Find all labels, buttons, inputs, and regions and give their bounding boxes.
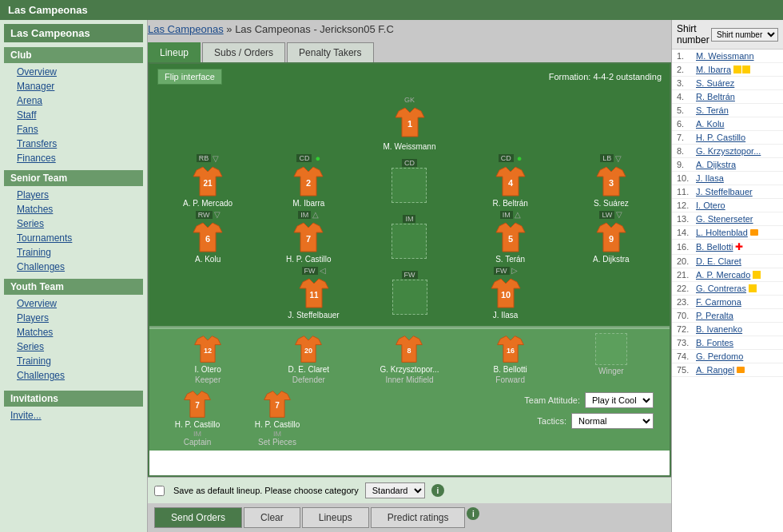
rw-shirt: 6: [190, 220, 225, 255]
sidebar-item-finances[interactable]: Finances: [4, 151, 143, 165]
shirt-panel-dropdown[interactable]: Shirt number Name: [711, 28, 778, 42]
shirt-list-item[interactable]: 3.S. Suárez: [672, 77, 783, 90]
cd-empty-slot[interactable]: [392, 168, 427, 203]
shirt-list-item[interactable]: 73.B. Fontes: [672, 336, 783, 350]
info-icon[interactable]: i: [431, 484, 444, 497]
shirt-list-item[interactable]: 13.G. Stenerseter: [672, 212, 783, 226]
tab-penalty-takers[interactable]: Penalty Takers: [287, 42, 374, 62]
svg-text:11: 11: [309, 291, 319, 300]
shirt-list-item[interactable]: 9.A. Dijkstra: [672, 158, 783, 172]
shirt-list-item[interactable]: 7.H. P. Castillo: [672, 131, 783, 145]
save-default-checkbox[interactable]: [154, 486, 165, 496]
midfielders-row: RW ▽ 6 A. Kolu: [157, 210, 662, 264]
breadcrumb-page: Las Campeonas - Jerickson05 F.C: [235, 23, 394, 35]
attitude-label: Team Attitude:: [524, 395, 580, 405]
sidebar-item-youth-training[interactable]: Training: [4, 354, 143, 368]
app-container: Las Campeonas Las Campeonas Club Overvie…: [0, 0, 783, 532]
fw-empty-slot[interactable]: [392, 280, 427, 315]
shirt-list-item[interactable]: 2.M. Ibarra: [672, 63, 783, 77]
sidebar-item-senior-training[interactable]: Training: [4, 245, 143, 260]
app-title: Las Campeonas: [8, 4, 88, 16]
sidebar-item-manager[interactable]: Manager: [4, 79, 143, 93]
fw2-arrow-right[interactable]: ▷: [511, 266, 518, 275]
shirt-list-item[interactable]: 16.B. Bellotti✚: [672, 240, 783, 255]
shirt-list-item[interactable]: 8.G. Krzysztopor...: [672, 145, 783, 158]
player-rb: RB ▽ 21 A. P. Mercado: [172, 154, 244, 208]
send-orders-button[interactable]: Send Orders: [154, 507, 242, 528]
sub-defender: 20 D. E. Claret Defender: [268, 333, 348, 384]
shirt-list-item[interactable]: 5.S. Terán: [672, 104, 783, 117]
shirt-list-item[interactable]: 72.B. Ivanenko: [672, 323, 783, 336]
svg-text:16: 16: [507, 347, 515, 355]
sub-winger-empty[interactable]: [595, 333, 627, 365]
fw1-arrow-left[interactable]: ◁: [320, 266, 326, 275]
tab-lineup[interactable]: Lineup: [148, 42, 201, 62]
svg-text:20: 20: [304, 347, 312, 355]
sidebar-item-staff[interactable]: Staff: [4, 108, 143, 122]
sub-forward: 16 B. Bellotti Forward: [471, 333, 550, 384]
sub-fw-name: B. Bellotti: [494, 365, 527, 374]
breadcrumb-team[interactable]: Las Campeonas: [148, 23, 224, 35]
lw-arrow-down[interactable]: ▽: [616, 210, 622, 219]
player-im2: IM △ 5 S. Terán: [475, 210, 547, 264]
sidebar-item-senior-challenges[interactable]: Challenges: [4, 260, 143, 274]
lb-arrow-down[interactable]: ▽: [615, 154, 622, 163]
forwards-row: FW ◁ 11 J. Steffelbauer: [157, 266, 662, 320]
center-and-right: Las Campeonas » Las Campeonas - Jerickso…: [148, 20, 783, 532]
shirt-list-item[interactable]: 1.M. Weissmann: [672, 50, 783, 63]
shirt-list-item[interactable]: 70.P. Peralta: [672, 309, 783, 323]
formation-text: Formation: 4-4-2 outstanding: [549, 72, 662, 81]
sidebar-item-youth-overview[interactable]: Overview: [4, 296, 143, 311]
sidebar-item-senior-players[interactable]: Players: [4, 188, 143, 202]
shirt-list-item[interactable]: 10.J. Ilasa: [672, 172, 783, 185]
predict-ratings-button[interactable]: Predict ratings: [371, 507, 466, 528]
sidebar-item-youth-challenges[interactable]: Challenges: [4, 368, 143, 383]
sidebar-item-fans[interactable]: Fans: [4, 122, 143, 137]
shirt-list-item[interactable]: 75.A. Rangel: [672, 363, 783, 377]
sidebar-item-senior-tournaments[interactable]: Tournaments: [4, 231, 143, 245]
sub-keeper-name: I. Otero: [194, 365, 221, 374]
sidebar-item-youth-players[interactable]: Players: [4, 311, 143, 325]
shirt-list-item[interactable]: 74.G. Perdomo: [672, 350, 783, 363]
category-select[interactable]: Standard Home Away Cup: [365, 482, 425, 498]
svg-text:8: 8: [407, 347, 411, 355]
sidebar-item-overview[interactable]: Overview: [4, 65, 143, 79]
lb-shirt: 3: [594, 164, 629, 199]
rb-arrow-down[interactable]: ▽: [213, 154, 219, 163]
svg-text:21: 21: [204, 179, 213, 188]
sidebar-item-senior-matches[interactable]: Matches: [4, 202, 143, 216]
lineups-button[interactable]: Lineups: [302, 507, 369, 528]
sidebar-item-transfers[interactable]: Transfers: [4, 137, 143, 151]
shirt-list-item[interactable]: 12.I. Otero: [672, 199, 783, 212]
shirt-list-item[interactable]: 22.G. Contreras: [672, 282, 783, 296]
shirt-list-item[interactable]: 4.R. Beltrán: [672, 90, 783, 104]
sidebar-item-senior-series[interactable]: Series: [4, 216, 143, 231]
shirt-list-item[interactable]: 11.J. Steffelbauer: [672, 185, 783, 199]
rw-arrow-down[interactable]: ▽: [214, 210, 221, 219]
clear-button[interactable]: Clear: [244, 507, 300, 528]
sidebar-item-youth-series[interactable]: Series: [4, 339, 143, 354]
predict-info-icon[interactable]: i: [467, 507, 479, 520]
flip-interface-button[interactable]: Flip interface: [157, 69, 222, 85]
tab-subs-orders[interactable]: Subs / Orders: [202, 42, 285, 62]
im-empty-slot[interactable]: [392, 224, 427, 259]
shirt-list-item[interactable]: 23.F. Carmona: [672, 296, 783, 309]
invite-link[interactable]: Invite...: [4, 407, 143, 424]
im1-arrow-up[interactable]: △: [312, 210, 319, 219]
tactics-select[interactable]: Normal Counter-attack Pressing Long ball…: [571, 413, 654, 429]
attitude-select[interactable]: Play it Cool Neutral Aggressive Defensiv…: [585, 392, 654, 408]
im2-arrow-up[interactable]: △: [515, 210, 521, 219]
player-im-empty: IM: [373, 215, 445, 259]
im1-name: H. P. Castillo: [286, 255, 332, 264]
svg-text:9: 9: [609, 234, 614, 244]
captain-slot: 7 H. P. Castillo IM Captain: [157, 388, 237, 447]
gk-pos-label: GK: [404, 96, 415, 104]
shirt-list-item[interactable]: 21.A. P. Mercado: [672, 268, 783, 282]
shirt-list-item[interactable]: 14.L. Holtenblad: [672, 226, 783, 240]
sidebar-item-youth-matches[interactable]: Matches: [4, 325, 143, 339]
sidebar-item-arena[interactable]: Arena: [4, 93, 143, 108]
shirt-list-item[interactable]: 6.A. Kolu: [672, 117, 783, 131]
player-fw2: FW ▷ 10 J. Ilasa: [470, 266, 542, 320]
breadcrumb: Las Campeonas » Las Campeonas - Jerickso…: [148, 20, 671, 38]
shirt-list-item[interactable]: 20.D. E. Claret: [672, 255, 783, 268]
